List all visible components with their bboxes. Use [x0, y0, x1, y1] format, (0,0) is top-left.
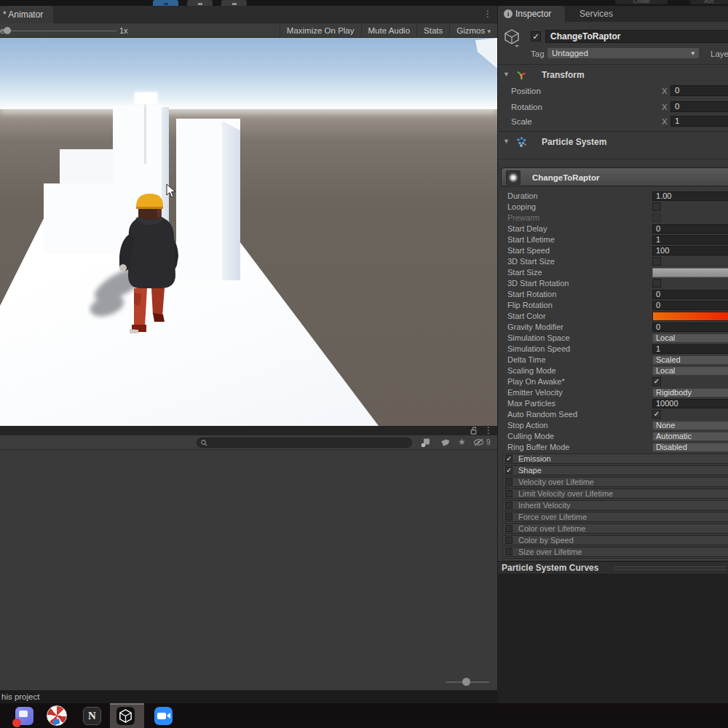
- gizmos-button[interactable]: Gizmos ▾: [449, 23, 497, 38]
- prop-value-field[interactable]: 0: [652, 323, 728, 332]
- step-button[interactable]: [221, 0, 247, 6]
- foldout-icon[interactable]: ▼: [503, 71, 510, 78]
- prop-checkbox-checked[interactable]: ✓: [652, 410, 661, 419]
- module-color-by-speed[interactable]: Color by Speed: [502, 535, 728, 545]
- tab-animator-label: Animator: [8, 9, 43, 20]
- module-inherit-velocity[interactable]: Inherit Velocity: [502, 500, 728, 510]
- prop-label: Duration: [507, 191, 538, 202]
- module-size-over-lifetime[interactable]: Size over Lifetime: [502, 547, 728, 557]
- module-label: Size over Lifetime: [518, 547, 582, 557]
- lock-open-icon[interactable]: [470, 427, 478, 435]
- maximize-on-play-button[interactable]: Maximize On Play: [280, 23, 361, 38]
- prop-dropdown[interactable]: Local: [652, 333, 728, 343]
- tab-animator[interactable]: * Animator: [0, 6, 53, 23]
- prop-value-field[interactable]: 0: [652, 224, 728, 234]
- lockrow-menu-icon[interactable]: ⋮: [484, 425, 493, 435]
- prop-value-field[interactable]: 100: [652, 246, 728, 256]
- prop-value-field[interactable]: 0: [652, 301, 728, 310]
- scale-x-field[interactable]: 1: [670, 116, 728, 127]
- prop-checkbox[interactable]: [652, 202, 661, 211]
- prop-start-color: Start Color: [498, 311, 728, 322]
- module-emission[interactable]: ✓Emission: [502, 454, 728, 464]
- thumbnail-slider-knob[interactable]: [462, 678, 470, 686]
- project-browser-area[interactable]: [0, 450, 497, 690]
- favorites-star-icon[interactable]: ★: [458, 437, 466, 447]
- camera-body: [157, 713, 166, 719]
- prop-value-field[interactable]: 1: [652, 235, 728, 245]
- prop-checkbox-checked[interactable]: ✓: [652, 377, 661, 386]
- prop-checkbox[interactable]: [652, 279, 661, 288]
- prop-value-field[interactable]: 0: [652, 290, 728, 299]
- zoom-icon[interactable]: [154, 707, 173, 725]
- prop-value-field[interactable]: 10000: [652, 399, 728, 408]
- tab-inspector[interactable]: i Inspector: [498, 6, 565, 22]
- scale-slider-knob[interactable]: [4, 27, 11, 34]
- prop-curve-bar[interactable]: [652, 268, 728, 277]
- module-velocity-over-lifetime[interactable]: Velocity over Lifetime: [502, 477, 728, 487]
- position-x-field[interactable]: 0: [670, 85, 728, 96]
- module-checkbox[interactable]: [505, 478, 513, 486]
- module-checkbox[interactable]: [505, 537, 513, 544]
- unity-icon[interactable]: [116, 707, 135, 725]
- foldout-icon[interactable]: ▼: [503, 138, 510, 145]
- stats-button[interactable]: Stats: [416, 23, 449, 38]
- search-toolbar: ★ 9: [0, 435, 497, 450]
- prop-dropdown[interactable]: Automatic: [652, 432, 728, 441]
- curves-area[interactable]: [498, 574, 728, 703]
- account-button[interactable]: Acc: [690, 0, 728, 4]
- prop-label: Flip Rotation: [507, 300, 553, 311]
- rotation-x-field[interactable]: 0: [670, 101, 728, 112]
- transform-header[interactable]: ▼ Transform: [498, 67, 728, 83]
- gameobject-name-field[interactable]: ChangeToRaptor: [545, 30, 728, 43]
- unity-editor-window: Collab Acc * Animator ⋮ e 1x Maximize On…: [0, 0, 728, 728]
- hidden-objects-eye-icon[interactable]: [473, 438, 484, 446]
- tag-dropdown[interactable]: Untagged ▾: [547, 47, 700, 59]
- label-filter-icon[interactable]: [440, 438, 450, 448]
- panel-menu-icon[interactable]: ⋮: [483, 9, 492, 19]
- prop-value-field[interactable]: 1.00: [652, 191, 728, 201]
- particle-main-module-header[interactable]: ChangeToRaptor: [501, 167, 728, 186]
- scale-slider-track[interactable]: [9, 31, 116, 31]
- tab-services[interactable]: Services: [572, 6, 620, 22]
- module-checkbox[interactable]: [505, 525, 513, 532]
- module-limit-velocity-over-lifetime[interactable]: Limit Velocity over Lifetime: [502, 488, 728, 499]
- module-checkbox[interactable]: [505, 502, 513, 509]
- prop-checkbox[interactable]: [652, 257, 661, 266]
- module-checkbox[interactable]: [505, 548, 513, 555]
- gameobject-active-checkbox[interactable]: ✓: [531, 31, 541, 41]
- game-toolbar-buttons: Maximize On Play Mute Audio Stats Gizmos…: [280, 23, 497, 38]
- pause-button[interactable]: [187, 0, 213, 6]
- prop-dropdown[interactable]: Local: [652, 366, 728, 376]
- tab-inspector-label: Inspector: [515, 9, 551, 19]
- particle-system-header[interactable]: ▼ Particle System: [498, 134, 728, 150]
- module-color-over-lifetime[interactable]: Color over Lifetime: [502, 523, 728, 534]
- collab-button[interactable]: Collab: [615, 0, 668, 4]
- sky: [0, 38, 497, 111]
- module-force-over-lifetime[interactable]: Force over Lifetime: [502, 512, 728, 522]
- module-checkbox[interactable]: [505, 490, 513, 497]
- start-color-swatch[interactable]: [652, 312, 728, 321]
- prop-checkbox[interactable]: [652, 213, 661, 222]
- module-checkbox[interactable]: [505, 513, 513, 521]
- prop-dropdown[interactable]: Disabled: [652, 443, 728, 452]
- gameobject-cube-icon[interactable]: [503, 28, 521, 47]
- module-checkbox-checked[interactable]: ✓: [505, 467, 513, 474]
- search-input[interactable]: [197, 438, 412, 448]
- game-viewport[interactable]: [0, 38, 497, 426]
- notion-icon[interactable]: N: [83, 707, 101, 725]
- object-filter-icon[interactable]: [421, 438, 431, 448]
- lock-row: ⋮: [0, 426, 497, 435]
- pinwheel-media-icon[interactable]: [47, 705, 67, 726]
- prop-dropdown[interactable]: None: [652, 421, 728, 430]
- module-shape[interactable]: ✓Shape: [502, 465, 728, 475]
- prop-value-field[interactable]: 1: [652, 344, 728, 354]
- prop-dropdown[interactable]: Scaled: [652, 355, 728, 365]
- platform-pole: [144, 104, 146, 164]
- window-app-icon[interactable]: [15, 707, 33, 725]
- module-checkbox-checked[interactable]: ✓: [505, 455, 513, 462]
- prop-dropdown[interactable]: Rigidbody: [652, 388, 728, 397]
- mute-audio-button[interactable]: Mute Audio: [361, 23, 417, 38]
- particle-system-curves-header[interactable]: Particle System Curves: [498, 561, 728, 574]
- particle-module-panel: ChangeToRaptor: [501, 166, 728, 188]
- play-button[interactable]: [153, 0, 178, 6]
